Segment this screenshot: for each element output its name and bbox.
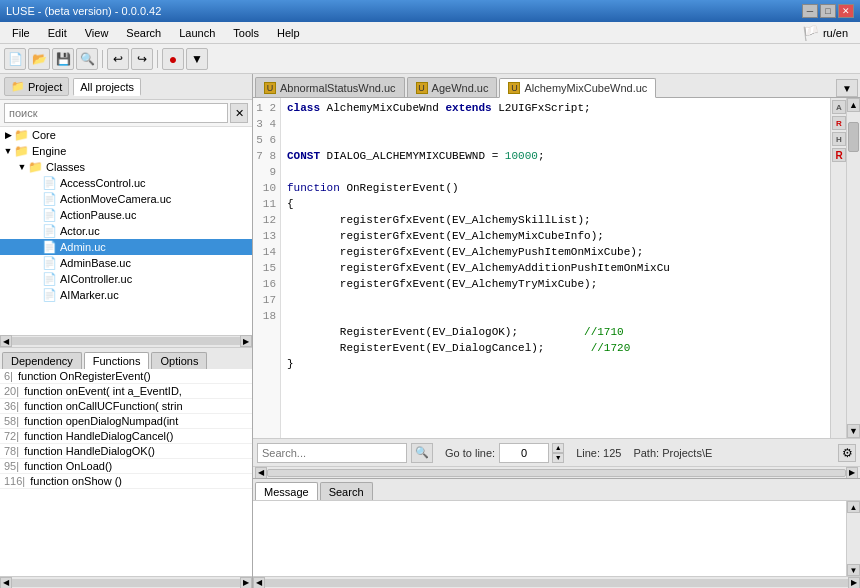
function-list[interactable]: 6| function OnRegisterEvent()20| functio… <box>0 369 252 577</box>
all-projects-tab[interactable]: All projects <box>73 78 141 96</box>
vscroll-thumb[interactable] <box>848 122 859 152</box>
tree-item-access[interactable]: 📄AccessControl.uc <box>0 175 252 191</box>
file-icon: 📄 <box>42 288 57 302</box>
bottom-panel-hscroll[interactable]: ◀ ▶ <box>253 576 860 588</box>
folder-icon: 📁 <box>28 160 43 174</box>
redo-button[interactable]: ↪ <box>131 48 153 70</box>
extra-button[interactable]: ▼ <box>186 48 208 70</box>
function-name: function HandleDialogOK() <box>21 445 155 457</box>
tab-dependency[interactable]: Dependency <box>2 352 82 369</box>
tree-item-admin[interactable]: 📄Admin.uc <box>0 239 252 255</box>
language-flag[interactable]: 🏳️ ru/en <box>794 23 856 43</box>
function-hscroll[interactable]: ◀ ▶ <box>0 576 252 588</box>
menu-tools[interactable]: Tools <box>225 25 267 41</box>
menu-help[interactable]: Help <box>269 25 308 41</box>
bottom-panel-vscroll[interactable]: ▲ ▼ <box>846 501 860 576</box>
function-hscroll-right[interactable]: ▶ <box>240 577 252 589</box>
toolbar-separator-2 <box>157 50 158 68</box>
bp-vscroll-up[interactable]: ▲ <box>847 501 860 513</box>
code-hscroll[interactable]: ◀ ▶ <box>253 466 860 478</box>
search-toolbar-button[interactable]: 🔍 <box>76 48 98 70</box>
tree-item-ai_marker[interactable]: 📄AIMarker.uc <box>0 287 252 303</box>
tree-hscroll-left[interactable]: ◀ <box>0 335 12 347</box>
record-button[interactable]: ● <box>162 48 184 70</box>
save-button[interactable]: 💾 <box>52 48 74 70</box>
bp-hscroll-track[interactable] <box>265 579 848 587</box>
editor-tab-AlchemyMixCubeWnd-uc[interactable]: UAlchemyMixCubeWnd.uc <box>499 78 656 98</box>
mini-btn-1[interactable]: A <box>832 100 846 114</box>
function-item[interactable]: 36| function onCallUCFunction( strin <box>0 399 252 414</box>
project-header: 📁 Project All projects <box>0 74 252 100</box>
tree-hscroll-right[interactable]: ▶ <box>240 335 252 347</box>
tree-hscroll-track[interactable] <box>12 337 240 345</box>
search-execute-button[interactable]: 🔍 <box>411 443 433 463</box>
function-item[interactable]: 116| function onShow () <box>0 474 252 489</box>
tree-item-action_pause[interactable]: 📄ActionPause.uc <box>0 207 252 223</box>
vscroll-down-button[interactable]: ▼ <box>847 424 860 438</box>
project-tab[interactable]: 📁 Project <box>4 77 69 96</box>
tab-message[interactable]: Message <box>255 482 318 500</box>
go-to-line-spinner[interactable]: ▲ ▼ <box>552 443 564 463</box>
tree-item-engine[interactable]: ▼📁Engine <box>0 143 252 159</box>
function-item[interactable]: 20| function onEvent( int a_EventID, <box>0 384 252 399</box>
maximize-button[interactable]: □ <box>820 4 836 18</box>
tree-item-core[interactable]: ▶📁Core <box>0 127 252 143</box>
editor-tabs-menu-button[interactable]: ▼ <box>836 79 858 97</box>
function-item[interactable]: 58| function openDialogNumpad(int <box>0 414 252 429</box>
code-vscroll[interactable]: ▲ ▼ <box>846 98 860 438</box>
code-hscroll-track[interactable] <box>267 469 846 477</box>
tree-item-actor[interactable]: 📄Actor.uc <box>0 223 252 239</box>
tree-item-action_move[interactable]: 📄ActionMoveCamera.uc <box>0 191 252 207</box>
tree-item-label: AIController.uc <box>60 273 132 285</box>
tree-item-ai_controller[interactable]: 📄AIController.uc <box>0 271 252 287</box>
mini-btn-4[interactable]: R <box>832 148 846 162</box>
mini-btn-2[interactable]: R <box>832 116 846 130</box>
tree-item-admin_base[interactable]: 📄AdminBase.uc <box>0 255 252 271</box>
menu-search[interactable]: Search <box>118 25 169 41</box>
tab-options[interactable]: Options <box>151 352 207 369</box>
tree-item-classes[interactable]: ▼📁Classes <box>0 159 252 175</box>
bottom-panel-content[interactable] <box>253 501 846 576</box>
go-to-line-input[interactable] <box>499 443 549 463</box>
menu-edit[interactable]: Edit <box>40 25 75 41</box>
code-hscroll-left[interactable]: ◀ <box>255 467 267 479</box>
function-item[interactable]: 95| function OnLoad() <box>0 459 252 474</box>
search-input[interactable] <box>257 443 407 463</box>
file-tree[interactable]: ▶📁Core▼📁Engine▼📁Classes📄AccessControl.uc… <box>0 127 252 335</box>
vscroll-up-button[interactable]: ▲ <box>847 98 860 112</box>
line-down-button[interactable]: ▼ <box>552 453 564 463</box>
tree-item-label: ActionPause.uc <box>60 209 136 221</box>
function-hscroll-left[interactable]: ◀ <box>0 577 12 589</box>
close-button[interactable]: ✕ <box>838 4 854 18</box>
tree-hscroll[interactable]: ◀ ▶ <box>0 335 252 347</box>
tree-item-label: Core <box>32 129 56 141</box>
window-controls[interactable]: ─ □ ✕ <box>802 4 854 18</box>
bp-hscroll-left[interactable]: ◀ <box>253 577 265 589</box>
undo-button[interactable]: ↩ <box>107 48 129 70</box>
function-hscroll-track[interactable] <box>12 579 240 587</box>
editor-tab-AbnormalStatusWnd-uc[interactable]: UAbnormalStatusWnd.uc <box>255 77 405 97</box>
bp-hscroll-right[interactable]: ▶ <box>848 577 860 589</box>
minimize-button[interactable]: ─ <box>802 4 818 18</box>
function-item[interactable]: 72| function HandleDialogCancel() <box>0 429 252 444</box>
settings-button[interactable]: ⚙ <box>838 444 856 462</box>
bp-vscroll-down[interactable]: ▼ <box>847 564 860 576</box>
search-clear-button[interactable]: ✕ <box>230 103 248 123</box>
mini-btn-3[interactable]: H <box>832 132 846 146</box>
code-hscroll-right[interactable]: ▶ <box>846 467 858 479</box>
line-up-button[interactable]: ▲ <box>552 443 564 453</box>
new-file-button[interactable]: 📄 <box>4 48 26 70</box>
menu-file[interactable]: File <box>4 25 38 41</box>
menu-view[interactable]: View <box>77 25 117 41</box>
folder-icon: 📁 <box>14 144 29 158</box>
tab-functions[interactable]: Functions <box>84 352 150 369</box>
editor-tab-AgeWnd-uc[interactable]: UAgeWnd.uc <box>407 77 498 97</box>
tab-search[interactable]: Search <box>320 482 373 500</box>
menu-launch[interactable]: Launch <box>171 25 223 41</box>
vscroll-track[interactable] <box>847 112 860 424</box>
code-content[interactable]: class AlchemyMixCubeWnd extends L2UIGFxS… <box>281 98 830 438</box>
function-item[interactable]: 6| function OnRegisterEvent() <box>0 369 252 384</box>
function-item[interactable]: 78| function HandleDialogOK() <box>0 444 252 459</box>
open-button[interactable]: 📂 <box>28 48 50 70</box>
tree-search-input[interactable] <box>4 103 228 123</box>
